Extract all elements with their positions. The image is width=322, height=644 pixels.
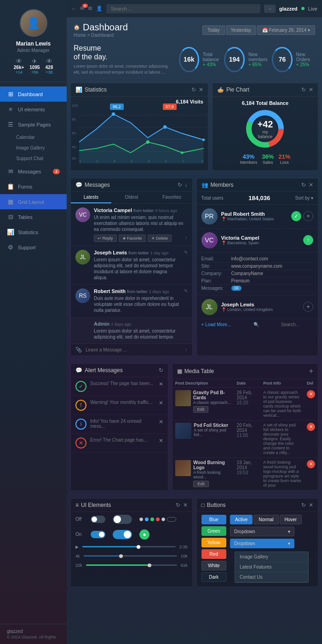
alert-refresh-btn[interactable]: ↻: [159, 367, 163, 374]
toggle-off-label: Off: [75, 517, 87, 522]
sidebar-item-sample-pages[interactable]: ☰ Sample Pages: [0, 117, 67, 132]
media-add-btn[interactable]: +: [309, 367, 313, 375]
sidebar-item-forms[interactable]: 📋 Forms: [0, 179, 67, 194]
alert-warning-close[interactable]: ✕: [159, 400, 163, 406]
msg-up-btn-1[interactable]: ↑: [185, 235, 188, 242]
menu-item-3[interactable]: Contact Us: [235, 572, 308, 582]
stat-views-delta: +38: [46, 70, 52, 75]
toggle-large-on[interactable]: [113, 530, 132, 539]
btn-red[interactable]: Red: [201, 549, 227, 559]
search-members-input[interactable]: [281, 322, 313, 327]
media-row-1-info: A classic approach to our gravity series…: [260, 387, 304, 420]
mail-icon[interactable]: ✉6: [80, 6, 84, 12]
member-check-1[interactable]: ✓: [291, 211, 301, 221]
send-icon[interactable]: ↑: [185, 347, 188, 352]
btn-yellow[interactable]: Yellow: [201, 538, 227, 547]
pie-refresh-btn[interactable]: ↻: [301, 86, 306, 93]
slider-1-handle[interactable]: [137, 545, 140, 549]
menu-item-2[interactable]: Latest Features: [235, 562, 308, 572]
dropdown-2[interactable]: Dropdown ▾: [230, 539, 294, 548]
back-icon[interactable]: ←: [71, 6, 76, 12]
members-close-btn[interactable]: ✕: [309, 182, 313, 188]
media-edit-btn-3[interactable]: Edit: [193, 481, 209, 487]
media-del-btn-3[interactable]: ✕: [307, 460, 315, 468]
btn-blue[interactable]: Blue: [201, 515, 227, 524]
alert-item-info: i Info! You have 24 unread mess... ✕: [71, 415, 168, 434]
toggle-off-switch[interactable]: [91, 516, 105, 523]
sidebar-nav: ⊞ Dashboard ≡ UI elements ☰ Sample Pages…: [0, 82, 67, 624]
members-sort-btn[interactable]: Sort by ▾: [295, 196, 313, 201]
sidebar-item-calendar[interactable]: Calendar: [0, 132, 67, 143]
resume-stat-members: 194 New members + 65%: [224, 47, 272, 72]
media-del-btn-2[interactable]: ✕: [307, 423, 315, 431]
menu-item-1[interactable]: Image Gallery: [235, 552, 308, 562]
member-add-3[interactable]: +: [303, 302, 313, 312]
sidebar-item-support-chat[interactable]: Support Chat: [0, 153, 67, 164]
delete-btn-1[interactable]: ✕ Delete: [148, 235, 172, 242]
slider-2-bar[interactable]: [84, 555, 177, 557]
alert-error-close[interactable]: ✕: [159, 437, 163, 444]
live-indicator: [301, 7, 305, 10]
load-more-btn[interactable]: + Load More...: [201, 322, 231, 327]
sidebar-item-image-gallery[interactable]: Image Gallery: [0, 143, 67, 153]
sidebar-item-ui-elements[interactable]: ≡ UI elements: [0, 102, 67, 117]
settings-icon[interactable]: ⚙: [88, 6, 92, 12]
alert-success-close[interactable]: ✕: [159, 381, 163, 387]
sidebar-item-grid-layout[interactable]: ▦ Grid Layout: [0, 194, 67, 209]
alert-info-close[interactable]: ✕: [159, 419, 163, 425]
today-tab[interactable]: Today: [202, 25, 225, 35]
btn-hover[interactable]: Hover: [280, 515, 302, 524]
btn-dark[interactable]: Dark: [201, 572, 227, 582]
pie-close-btn[interactable]: ✕: [309, 86, 313, 93]
btn-active[interactable]: Active: [230, 515, 253, 524]
search-arrow-icon[interactable]: →: [264, 5, 276, 13]
member-item-1: PR Paul Robert Smith 📍 Manhattan, United…: [197, 205, 318, 229]
tab-favorites[interactable]: Favorites: [152, 192, 192, 203]
media-desc-2: A set of shiny psd foil...: [194, 428, 231, 437]
slider-2-handle[interactable]: [119, 554, 123, 558]
reply-btn-1[interactable]: ↩ Reply: [94, 235, 117, 242]
sidebar-item-support[interactable]: ⚙ Support: [0, 240, 67, 255]
search-input[interactable]: [106, 4, 260, 13]
btn-normal[interactable]: Normal: [253, 515, 278, 524]
message-input[interactable]: [86, 347, 181, 352]
messages-widget-header: 💬 Messages ↻ ↓: [71, 178, 192, 192]
toggle-large-off[interactable]: [113, 515, 132, 524]
date-picker[interactable]: 📅 February 26, 2014 ▾: [257, 25, 315, 35]
toggle-on-switch[interactable]: [91, 531, 105, 538]
messages-refresh-btn[interactable]: ↻: [178, 182, 182, 188]
slider-3-handle[interactable]: [148, 564, 151, 567]
ui-elements-title: UI Elements: [81, 502, 175, 508]
ui-elements-close-btn[interactable]: ✕: [183, 502, 188, 508]
btn-white[interactable]: White: [201, 561, 227, 570]
sidebar-item-grid-layout-label: Grid Layout: [18, 199, 44, 205]
members-refresh-btn[interactable]: ↻: [301, 182, 306, 188]
statistics-close-btn[interactable]: ✕: [199, 86, 203, 93]
slider-1-bar[interactable]: [82, 546, 176, 547]
sidebar-item-messages[interactable]: ✉ Messages 4: [0, 164, 67, 179]
tab-latests[interactable]: Latests: [71, 192, 111, 203]
btn-green[interactable]: Green: [201, 526, 227, 536]
tab-oldest[interactable]: Oldest: [111, 192, 152, 203]
detail-plan-row: Plan: Premium: [201, 277, 314, 285]
buttons-close-btn[interactable]: ✕: [309, 502, 313, 508]
yesterday-tab[interactable]: Yesterday: [226, 25, 256, 35]
member-add-1[interactable]: +: [303, 211, 313, 221]
msg-edit-icon-3[interactable]: ✎: [184, 288, 188, 313]
detail-messages-badge: 16: [231, 286, 242, 291]
slider-3-bar[interactable]: [86, 564, 177, 566]
favorite-btn-1[interactable]: ★ Favorite: [119, 235, 146, 242]
sidebar-item-tables[interactable]: ⊟ Tables: [0, 209, 67, 224]
profile-icon[interactable]: 👤: [96, 6, 103, 12]
ui-elements-refresh-btn[interactable]: ↻: [176, 502, 180, 508]
media-edit-btn-1[interactable]: Edit: [193, 406, 209, 413]
media-del-btn-1[interactable]: ✕: [307, 390, 315, 398]
member-check-2[interactable]: ↑: [303, 235, 313, 245]
messages-download-btn[interactable]: ↓: [185, 182, 188, 188]
dropdown-1[interactable]: Dropdown ▾: [230, 527, 294, 536]
sidebar-item-statistics[interactable]: 📊 Statistics: [0, 224, 67, 240]
statistics-refresh-btn[interactable]: ↻: [191, 86, 196, 93]
msg-edit-icon-2[interactable]: ✎: [184, 250, 188, 281]
buttons-refresh-btn[interactable]: ↻: [301, 502, 306, 508]
sidebar-item-dashboard[interactable]: ⊞ Dashboard: [0, 86, 67, 102]
